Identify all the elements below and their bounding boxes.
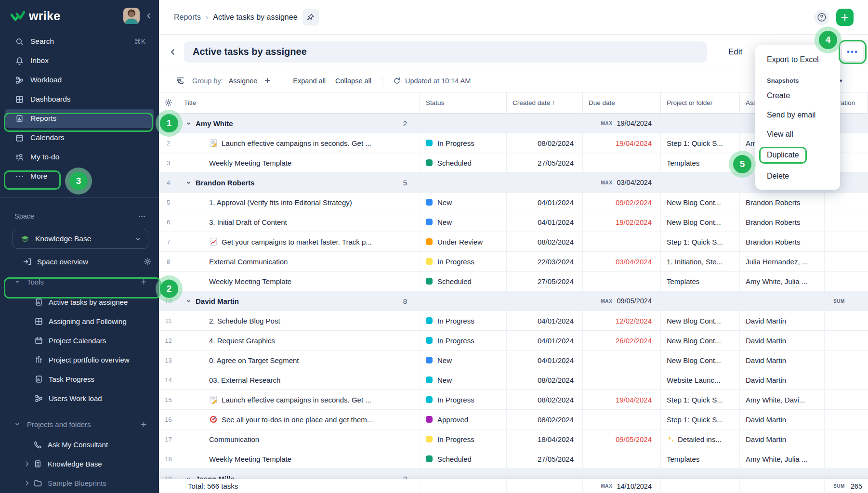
due-date-cell: 09/05/2024 — [583, 429, 661, 449]
project-cell: Templates — [661, 272, 740, 291]
status-label: New — [437, 356, 452, 364]
status-swatch — [426, 159, 433, 166]
column-header-created-date[interactable]: Created date ↑ — [507, 92, 583, 113]
add-group-by-icon[interactable] — [264, 77, 271, 84]
space-menu-icon[interactable] — [138, 213, 145, 220]
chevron-down-icon[interactable] — [186, 121, 191, 126]
task-title: 4. Request Graphics — [209, 337, 275, 345]
chevron-down-icon[interactable] — [186, 298, 191, 304]
breadcrumb-reports-link[interactable]: Reports — [174, 13, 201, 22]
back-icon[interactable] — [166, 43, 180, 61]
column-header-status[interactable]: Status — [420, 92, 507, 113]
sidebar-item-space-overview[interactable]: Space overview — [0, 252, 159, 271]
doc-icon — [34, 460, 42, 468]
table-row[interactable]: 9Weekly Meeting TemplateScheduled27/05/2… — [159, 272, 868, 291]
sidebar-item-ask-my-consultant[interactable]: Ask My Consultant — [0, 435, 159, 454]
created-date-cell: 08/02/2024 — [507, 410, 583, 429]
gear-icon[interactable] — [144, 258, 151, 265]
report-title-input[interactable]: Active tasks by assignee — [184, 41, 707, 63]
sidebar-item-workload[interactable]: Workload — [5, 70, 154, 90]
task-title: Launch effective campaigns in seconds. G… — [222, 139, 371, 147]
menu-item-create[interactable]: Create — [755, 86, 840, 105]
column-header-due-date[interactable]: Due date — [583, 92, 661, 113]
edit-button[interactable]: Edit — [728, 47, 742, 57]
table-row[interactable]: 124. Request GraphicsIn Progress04/01/20… — [159, 331, 868, 350]
menu-item-view-all[interactable]: View all — [755, 125, 840, 144]
add-tool-icon[interactable] — [140, 278, 147, 285]
sidebar-item-more[interactable]: More — [5, 167, 154, 186]
menu-item-delete[interactable]: Delete — [755, 167, 840, 186]
status-cell: In Progress — [420, 133, 507, 153]
column-header-project-or-folder[interactable]: Project or folder — [661, 92, 740, 113]
created-date-cell: 04/01/2024 — [507, 212, 583, 232]
group-sum: SUM — [825, 291, 868, 311]
max-label: MAX — [601, 180, 612, 185]
help-icon[interactable] — [814, 10, 829, 25]
add-project-icon[interactable] — [140, 421, 147, 428]
tools-section-header[interactable]: Tools — [0, 271, 159, 292]
sidebar-item-my-to-do[interactable]: My to-do — [5, 147, 154, 167]
pin-icon[interactable] — [302, 9, 319, 26]
table-row[interactable]: 1403. External ResearchNew08/02/2024Webs… — [159, 370, 868, 390]
column-header-title[interactable]: Title — [178, 92, 420, 113]
group-by-value[interactable]: Assignee — [229, 77, 258, 85]
table-row[interactable]: 15Launch effective campaigns in seconds.… — [159, 390, 868, 410]
sidebar-item-active-tasks-by-assignee[interactable]: Active tasks by assignee — [0, 292, 159, 311]
table-row[interactable]: 51. Approval (Verify fits into Editorial… — [159, 193, 868, 212]
task-title: Launch effective campaigns in seconds. G… — [222, 396, 371, 404]
sidebar-item-dashboards[interactable]: Dashboards — [5, 90, 154, 109]
table-settings-gear[interactable] — [159, 92, 178, 113]
sidebar-item-assigning-and-following[interactable]: Assigning and Following — [0, 311, 159, 331]
menu-item-export-to-excel[interactable]: Export to Excel — [755, 48, 840, 69]
menu-item-send-by-email[interactable]: Send by email — [755, 105, 840, 125]
expand-all-button[interactable]: Expand all — [293, 77, 326, 85]
sidebar-item-knowledge-base[interactable]: Knowledge Base — [0, 454, 159, 473]
space-name: Knowledge Base — [35, 234, 91, 243]
table-row[interactable]: 8External CommunicationIn Progress22/03/… — [159, 252, 868, 272]
sidebar-item-label: Project Calendars — [49, 337, 106, 345]
space-selector[interactable]: Knowledge Base — [13, 229, 148, 249]
collapse-all-button[interactable]: Collapse all — [335, 77, 371, 85]
user-avatar[interactable] — [123, 8, 140, 24]
sidebar-item-project-calendars[interactable]: Project Calendars — [0, 331, 159, 350]
due-date-cell — [583, 272, 661, 291]
sidebar-item-sample-blueprints[interactable]: Sample Blueprints — [0, 473, 159, 493]
status-cell: In Progress — [420, 331, 507, 350]
group-title-cell: Amy White2 — [178, 114, 420, 133]
row-number: 14 — [159, 370, 178, 389]
refresh-status[interactable]: Updated at 10:14 AM — [393, 77, 471, 85]
collapse-sidebar-icon[interactable] — [145, 13, 152, 19]
table-row[interactable]: 7Get your campaigns to market faster. Tr… — [159, 232, 868, 252]
created-date-cell: 04/01/2024 — [507, 311, 583, 330]
chevron-down-icon[interactable] — [186, 180, 191, 185]
status-swatch — [426, 357, 433, 363]
row-number: 12 — [159, 331, 178, 350]
table-row[interactable]: 130. Agree on Target SegmentNew04/01/202… — [159, 350, 868, 370]
sidebar-item-project-portfolio-overview[interactable]: Project portfolio overview — [0, 350, 159, 369]
project-cell: Step 1: Quick S... — [661, 390, 740, 409]
sidebar-item-inbox[interactable]: Inbox — [5, 51, 154, 70]
menu-item-duplicate[interactable]: Duplicate — [755, 144, 840, 167]
table-row[interactable]: 112. Schedule Blog PostIn Progress04/01/… — [159, 311, 868, 331]
sidebar-item-calendars[interactable]: Calendars — [5, 128, 154, 147]
table-row[interactable]: 16See all your to-dos in one place and g… — [159, 410, 868, 429]
sidebar-item-users-work-load[interactable]: Users Work load — [0, 389, 159, 408]
status-label: Scheduled — [437, 455, 472, 463]
assignees-cell: Julia Hernandez, ... — [740, 252, 825, 271]
table-row[interactable]: 17CommunicationIn Progress18/04/202409/0… — [159, 429, 868, 449]
sidebar-item-search[interactable]: Search⌘K — [5, 32, 154, 51]
max-label: MAX — [601, 121, 612, 126]
sidebar-item-task-progress[interactable]: Task Progress — [0, 369, 159, 389]
space-label: Space — [14, 212, 34, 220]
sum-label: SUM — [833, 298, 845, 304]
table-row[interactable]: 18Weekly Meeting TemplateScheduled27/05/… — [159, 449, 868, 469]
table-row[interactable]: 63. Initial Draft of ContentNew04/01/202… — [159, 212, 868, 232]
sidebar-item-reports[interactable]: Reports — [5, 109, 154, 128]
row-number: 1 — [159, 114, 178, 133]
report-context-menu: Export to ExcelSnapshotsCreateSend by em… — [755, 45, 840, 190]
task-title: 1. Approval (Verify fits into Editorial … — [209, 198, 352, 207]
report-more-menu-button[interactable]: ••• — [842, 43, 863, 61]
projects-section-header[interactable]: Projects and folders — [0, 414, 159, 435]
create-new-button[interactable] — [836, 9, 854, 26]
group-row[interactable]: 10David Martin8MAX09/05/2024SUM — [159, 291, 868, 311]
